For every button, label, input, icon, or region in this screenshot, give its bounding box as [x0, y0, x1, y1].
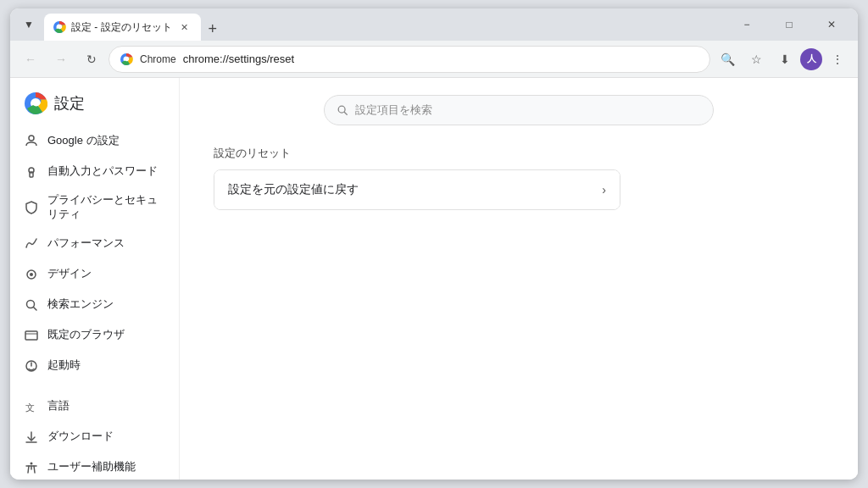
- sidebar-design-label: デザイン: [47, 267, 159, 281]
- maximize-button[interactable]: □: [770, 11, 809, 38]
- downloads-icon: [24, 430, 39, 445]
- sidebar-item-privacy[interactable]: プライバシーとセキュリティ: [10, 186, 172, 229]
- sidebar-browser-label: 既定のブラウザ: [47, 328, 159, 342]
- tab-strip: 設定 - 設定のリセット ✕ +: [44, 8, 724, 41]
- search-placeholder: 設定項目を検索: [355, 103, 432, 118]
- sidebar-item-downloads[interactable]: ダウンロード: [10, 422, 172, 452]
- section-title: 設定のリセット: [214, 146, 824, 161]
- svg-point-10: [30, 273, 33, 276]
- svg-rect-13: [25, 331, 37, 340]
- sidebar-item-startup[interactable]: 起動時: [10, 351, 172, 381]
- browser-window: ▼ 設定 - 設定のリセット ✕ + − □ ✕ ←: [10, 8, 858, 480]
- google-icon: [24, 133, 39, 148]
- svg-point-6: [29, 136, 34, 141]
- download-icon-button[interactable]: ⬇: [771, 46, 798, 73]
- avatar-initial: 人: [807, 53, 816, 65]
- autofill-icon: [24, 164, 39, 179]
- forward-button[interactable]: →: [47, 46, 75, 73]
- sidebar-performance-label: パフォーマンス: [47, 236, 159, 251]
- sidebar-search-label: 検索エンジン: [47, 297, 159, 312]
- window-controls: − □ ✕: [727, 11, 851, 38]
- nav-bar: ← → ↻ Chrome chrome://settings/reset 🔍 ☆…: [10, 41, 858, 78]
- sidebar-item-performance[interactable]: パフォーマンス: [10, 229, 172, 259]
- sidebar-item-google[interactable]: Google の設定: [10, 125, 172, 156]
- page-content: 設定項目を検索 設定のリセット 設定を元の設定値に戻す ›: [180, 78, 858, 480]
- active-tab[interactable]: 設定 - 設定のリセット ✕: [44, 14, 201, 41]
- sidebar: 設定 Google の設定 自動入力とパスワ: [10, 78, 180, 480]
- sidebar-item-design[interactable]: デザイン: [10, 259, 172, 290]
- performance-icon: [24, 236, 39, 252]
- tab-favicon-icon: [53, 20, 66, 34]
- sidebar-accessibility-label: ユーザー補助機能: [47, 460, 159, 474]
- languages-icon: 文: [24, 399, 39, 414]
- profile-avatar[interactable]: 人: [800, 48, 822, 70]
- back-button[interactable]: ←: [17, 46, 44, 73]
- svg-text:文: 文: [25, 402, 35, 413]
- svg-point-19: [31, 462, 33, 464]
- search-icon: [337, 104, 348, 116]
- minimize-button[interactable]: −: [727, 11, 766, 38]
- sidebar-item-search[interactable]: 検索エンジン: [10, 290, 172, 320]
- accessibility-icon: [24, 460, 39, 475]
- nav-icons: 🔍 ☆ ⬇ 人 ⋮: [714, 46, 851, 73]
- sidebar-privacy-label: プライバシーとセキュリティ: [47, 193, 159, 222]
- settings-logo-icon: [24, 92, 47, 115]
- tab-close-button[interactable]: ✕: [177, 19, 192, 35]
- privacy-icon: [24, 200, 39, 215]
- bookmark-icon-button[interactable]: ☆: [743, 46, 770, 73]
- reset-card-arrow-icon: ›: [602, 183, 606, 197]
- search-icon-button[interactable]: 🔍: [714, 46, 741, 73]
- reload-button[interactable]: ↻: [78, 46, 105, 73]
- sidebar-languages-label: 言語: [47, 399, 159, 413]
- address-bar[interactable]: Chrome chrome://settings/reset: [108, 46, 710, 73]
- svg-line-12: [34, 307, 37, 310]
- design-icon: [24, 267, 39, 282]
- sidebar-startup-label: 起動時: [47, 358, 159, 373]
- chrome-label: Chrome: [140, 53, 176, 65]
- new-tab-button[interactable]: +: [201, 17, 225, 41]
- menu-button[interactable]: ⋮: [824, 46, 851, 73]
- tab-list-arrow[interactable]: ▼: [17, 13, 41, 36]
- search-bar-container: 設定項目を検索: [214, 95, 824, 125]
- startup-icon: [24, 358, 39, 374]
- sidebar-item-languages[interactable]: 文 言語: [10, 391, 172, 422]
- browser-icon: [24, 328, 39, 343]
- sidebar-item-accessibility[interactable]: ユーザー補助機能: [10, 452, 172, 480]
- settings-search-bar[interactable]: 設定項目を検索: [324, 95, 714, 125]
- close-button[interactable]: ✕: [812, 11, 851, 38]
- svg-line-28: [344, 112, 347, 114]
- reset-card: 設定を元の設定値に戻す ›: [214, 169, 620, 210]
- sidebar-downloads-label: ダウンロード: [47, 430, 159, 444]
- settings-logo: 設定: [10, 85, 179, 125]
- reset-settings-item[interactable]: 設定を元の設定値に戻す ›: [214, 170, 620, 209]
- url-text: chrome://settings/reset: [183, 53, 699, 65]
- chrome-icon: [120, 53, 133, 66]
- sidebar-item-browser[interactable]: 既定のブラウザ: [10, 320, 172, 351]
- title-bar: ▼ 設定 - 設定のリセット ✕ + − □ ✕: [10, 8, 858, 41]
- settings-title: 設定: [54, 93, 85, 114]
- sidebar-item-autofill[interactable]: 自動入力とパスワード: [10, 156, 172, 186]
- sidebar-autofill-label: 自動入力とパスワード: [47, 164, 159, 179]
- main-content: 設定 Google の設定 自動入力とパスワ: [10, 78, 858, 480]
- tab-title: 設定 - 設定のリセット: [71, 20, 172, 35]
- search-engine-icon: [24, 297, 39, 313]
- sidebar-google-label: Google の設定: [47, 134, 159, 148]
- reset-settings-label: 設定を元の設定値に戻す: [228, 182, 602, 197]
